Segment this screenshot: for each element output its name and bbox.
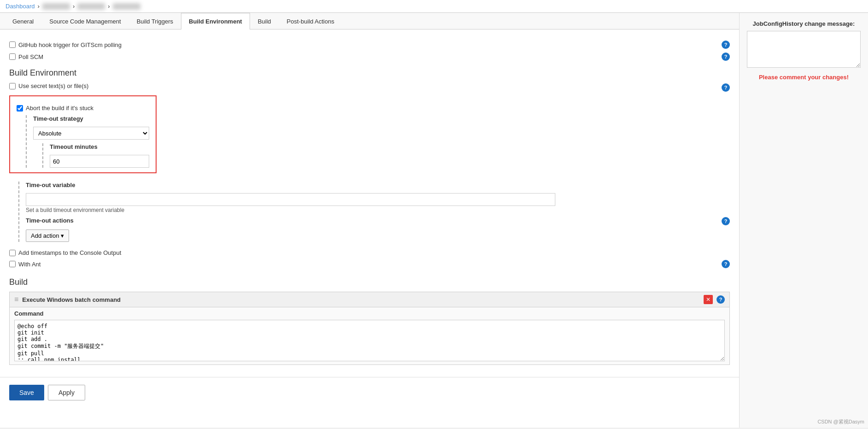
timeout-variable-input[interactable] <box>26 193 555 206</box>
apply-button[interactable]: Apply <box>48 385 85 400</box>
abort-build-row: Abort the build if it's stuck <box>17 105 149 112</box>
timeout-variable-section: Time-out variable Set a build timeout en… <box>18 182 730 242</box>
with-ant-help-icon[interactable]: ? <box>722 260 730 268</box>
command-textarea[interactable]: @echo off git init git add . git commit … <box>14 320 725 361</box>
timeout-minutes-label: Timeout minutes <box>50 143 98 150</box>
build-environment-heading: Build Environment <box>9 68 730 78</box>
command-label: Command <box>10 307 729 318</box>
with-ant-checkbox[interactable] <box>9 261 16 267</box>
drag-handle-icon: ≡ <box>14 295 18 304</box>
breadcrumb-dashboard[interactable]: Dashboard <box>6 3 35 10</box>
use-secret-help-icon[interactable]: ? <box>722 83 730 92</box>
use-secret-checkbox[interactable] <box>9 83 16 89</box>
add-action-button[interactable]: Add action ▾ <box>26 229 69 242</box>
use-secret-row: Use secret text(s) or file(s) ? <box>9 82 730 92</box>
breadcrumb-item-2 <box>77 3 105 10</box>
timeout-variable-label: Time-out variable <box>26 182 75 188</box>
poll-scm-help-icon[interactable]: ? <box>722 53 730 61</box>
footer-buttons: Save Apply <box>0 377 739 408</box>
add-action-label: Add action <box>31 232 59 239</box>
with-ant-label[interactable]: With Ant <box>18 261 41 268</box>
breadcrumb-item-1 <box>42 3 70 10</box>
tab-bar: General Source Code Management Build Tri… <box>0 13 739 29</box>
use-secret-label[interactable]: Use secret text(s) or file(s) <box>18 82 88 89</box>
timeout-variable-hint: Set a build timeout environment variable <box>26 207 730 213</box>
github-hook-checkbox[interactable] <box>9 41 16 48</box>
sidebar-warning: Please comment your changes! <box>747 74 861 81</box>
breadcrumb-sep: › <box>38 3 40 10</box>
abort-build-box: Abort the build if it's stuck Time-out s… <box>9 95 157 173</box>
abort-build-label[interactable]: Abort the build if it's stuck <box>26 105 93 112</box>
poll-scm-row: Poll SCM ? <box>9 53 730 61</box>
tab-build-triggers[interactable]: Build Triggers <box>129 13 181 29</box>
sidebar: JobConfigHistory change message: Please … <box>739 13 868 428</box>
timeout-minutes-row: Timeout minutes <box>50 143 149 152</box>
timeout-minutes-section: Timeout minutes <box>42 143 149 168</box>
breadcrumb: Dashboard › › › <box>0 0 868 13</box>
timeout-strategy-select[interactable]: Absolute No Activity Likely stuck Deadli… <box>33 127 149 140</box>
github-hook-label[interactable]: GitHub hook trigger for GITScm polling <box>18 41 122 48</box>
add-timestamps-checkbox[interactable] <box>9 250 16 256</box>
tab-build[interactable]: Build <box>250 13 279 29</box>
sidebar-comment-textarea[interactable] <box>747 31 861 68</box>
delete-execute-button[interactable]: ✕ <box>704 295 713 304</box>
timeout-strategy-label: Time-out strategy <box>33 115 83 122</box>
abort-build-checkbox[interactable] <box>17 105 23 112</box>
add-action-dropdown-icon: ▾ <box>61 232 64 239</box>
github-hook-row: GitHub hook trigger for GITScm polling ? <box>9 41 730 49</box>
timeout-actions-label: Time-out actions <box>26 217 718 224</box>
tab-post-build[interactable]: Post-build Actions <box>279 13 342 29</box>
execute-box-header: ≡ Execute Windows batch command ✕ ? <box>10 292 729 307</box>
save-button[interactable]: Save <box>9 385 44 400</box>
breadcrumb-item-3 <box>113 3 140 10</box>
tab-build-environment[interactable]: Build Environment <box>181 13 250 29</box>
execute-windows-box: ≡ Execute Windows batch command ✕ ? Comm… <box>9 292 730 365</box>
tab-general[interactable]: General <box>5 13 41 29</box>
timeout-minutes-input[interactable] <box>50 155 149 168</box>
breadcrumb-sep2: › <box>73 3 75 10</box>
poll-scm-checkbox[interactable] <box>9 53 16 60</box>
breadcrumb-sep3: › <box>108 3 110 10</box>
main-content: General Source Code Management Build Tri… <box>0 13 739 428</box>
timeout-actions-row: Time-out actions ? <box>26 217 730 226</box>
timeout-variable-row: Time-out variable <box>26 182 730 190</box>
tab-source-code[interactable]: Source Code Management <box>41 13 128 29</box>
timeout-strategy-row: Time-out strategy <box>33 115 149 124</box>
watermark: CSDN @紧视Dasym <box>817 418 864 425</box>
timeout-strategy-section: Time-out strategy Absolute No Activity L… <box>26 115 149 168</box>
timeout-actions-help-icon[interactable]: ? <box>722 217 730 225</box>
execute-windows-title: Execute Windows batch command <box>22 296 700 303</box>
with-ant-row: With Ant ? <box>9 260 730 268</box>
section-content: GitHub hook trigger for GITScm polling ?… <box>0 29 739 377</box>
github-hook-help-icon[interactable]: ? <box>722 41 730 49</box>
add-timestamps-label[interactable]: Add timestamps to the Console Output <box>18 249 121 256</box>
add-timestamps-row: Add timestamps to the Console Output <box>9 249 730 256</box>
build-heading: Build <box>9 277 730 287</box>
poll-scm-label[interactable]: Poll SCM <box>18 53 43 60</box>
sidebar-title: JobConfigHistory change message: <box>747 20 861 27</box>
execute-windows-help-icon[interactable]: ? <box>717 295 725 304</box>
